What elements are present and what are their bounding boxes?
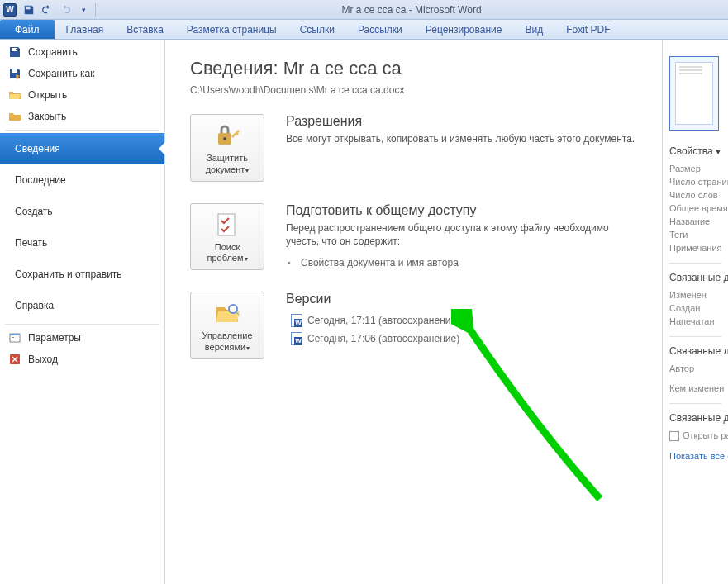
svg-point-8 <box>229 305 237 313</box>
version-item[interactable]: Сегодня, 17:11 (автосохранение) <box>286 311 637 330</box>
sidebar-item-exit[interactable]: Выход <box>0 349 164 370</box>
qat-customize-icon[interactable]: ▾ <box>75 2 92 18</box>
lock-key-icon <box>213 121 241 150</box>
section-heading: Подготовить к общему доступу <box>286 203 637 218</box>
sidebar-item-label: Закрыть <box>28 111 66 122</box>
save-as-icon <box>8 67 21 80</box>
svg-rect-7 <box>218 214 235 235</box>
backstage-sidebar: Сохранить Сохранить как Открыть Закрыть … <box>0 40 165 584</box>
svg-point-6 <box>223 137 226 140</box>
show-all-props-link[interactable]: Показать все свойства <box>669 449 728 463</box>
qat-redo-icon[interactable] <box>57 2 74 18</box>
ribbon: Файл Главная Вставка Разметка страницы С… <box>0 20 728 40</box>
ribbon-tab-home[interactable]: Главная <box>55 20 116 39</box>
sidebar-item-label: Создать <box>15 206 53 217</box>
rp-separator <box>669 403 721 404</box>
checklist-icon <box>213 211 241 239</box>
sidebar-item-saveas[interactable]: Сохранить как <box>0 63 164 84</box>
info-content: Сведения: Mr a ce cca ca C:\Users\woodh\… <box>165 40 662 584</box>
prop-pages: Число страниц <box>669 175 728 188</box>
sidebar-item-label: Сохранить <box>28 46 78 58</box>
sidebar-item-label: Справка <box>15 300 54 311</box>
versions-icon <box>213 299 241 327</box>
version-label: Сегодня, 17:06 (автосохранение) <box>307 333 459 344</box>
sidebar-item-label: Открыть <box>28 89 67 101</box>
button-label: Поиск проблем <box>207 242 243 264</box>
ribbon-tab-mailings[interactable]: Рассылки <box>346 20 414 39</box>
qat-separator <box>95 3 96 17</box>
close-folder-icon <box>8 110 21 123</box>
prop-size: Размер <box>669 162 728 175</box>
sidebar-item-options[interactable]: Параметры <box>0 327 164 349</box>
ribbon-tab-pagelayout[interactable]: Разметка страницы <box>175 20 288 39</box>
section-heading: Разрешения <box>286 114 637 129</box>
save-icon <box>8 45 21 59</box>
sidebar-item-label: Выход <box>28 354 58 365</box>
svg-rect-1 <box>10 334 20 335</box>
sidebar-item-label: Сведения <box>15 143 60 154</box>
window-title: Mr a ce cca ca - Microsoft Word <box>98 4 725 16</box>
prop-lastmod: Кем изменен <box>669 382 728 395</box>
protect-document-button[interactable]: Защитить документ▾ <box>190 114 264 182</box>
prop-comments: Примечания <box>669 241 728 254</box>
related-docs-heading: Связанные документы <box>669 412 728 424</box>
section-text: Перед распространением общего доступа к … <box>286 221 637 249</box>
open-file-location[interactable]: Открыть расположение <box>669 429 728 443</box>
sidebar-item-new[interactable]: Создать <box>0 196 164 227</box>
sidebar-item-close[interactable]: Закрыть <box>0 106 164 127</box>
section-versions: Управление версиями▾ Версии Сегодня, 17:… <box>190 292 637 359</box>
qat-save-icon[interactable] <box>21 2 37 18</box>
properties-panel: Свойства ▾ Размер Число страниц Число сл… <box>662 40 728 584</box>
ribbon-tab-review[interactable]: Рецензирование <box>414 20 514 39</box>
sidebar-item-print[interactable]: Печать <box>0 227 164 259</box>
manage-versions-button[interactable]: Управление версиями▾ <box>190 292 264 359</box>
sidebar-item-label: Последние <box>15 174 66 186</box>
word-app-icon: W <box>3 3 17 17</box>
sidebar-item-savesend[interactable]: Сохранить и отправить <box>0 259 164 290</box>
ribbon-tab-file[interactable]: Файл <box>0 20 55 39</box>
word-doc-icon <box>291 314 302 327</box>
ribbon-tab-foxit[interactable]: Foxit PDF <box>554 20 621 39</box>
rp-separator <box>669 336 721 337</box>
exit-icon <box>8 353 21 366</box>
version-list: Сегодня, 17:11 (автосохранение) Сегодня,… <box>286 311 637 348</box>
props-heading[interactable]: Свойства ▾ <box>669 145 728 157</box>
sidebar-item-open[interactable]: Открыть <box>0 84 164 106</box>
button-label: Управление версиями <box>202 330 252 352</box>
bullet-item: Свойства документа и имя автора <box>286 255 637 270</box>
sidebar-separator <box>5 130 159 131</box>
document-path: C:\Users\woodh\Documents\Mr a ce cca ca.… <box>190 84 637 96</box>
section-text: Все могут открывать, копировать и изменя… <box>286 132 637 146</box>
ribbon-tab-view[interactable]: Вид <box>513 20 554 39</box>
related-dates-heading: Связанные даты <box>669 272 728 283</box>
button-label: Защитить документ <box>206 153 248 174</box>
sidebar-item-info[interactable]: Сведения <box>0 133 164 164</box>
rp-separator <box>669 263 721 264</box>
section-prepare: Поиск проблем▾ Подготовить к общему дост… <box>190 203 637 271</box>
page-title: Сведения: Mr a ce cca ca <box>190 58 637 79</box>
sidebar-item-recent[interactable]: Последние <box>0 164 164 196</box>
sidebar-separator <box>5 324 159 325</box>
document-thumbnail[interactable] <box>669 56 719 131</box>
ribbon-tab-insert[interactable]: Вставка <box>115 20 175 39</box>
prepare-bullets: Свойства документа и имя автора <box>286 255 637 270</box>
prop-edit-time: Общее время <box>669 202 728 215</box>
sidebar-item-label: Сохранить как <box>28 68 94 79</box>
sidebar-item-label: Печать <box>15 237 47 249</box>
sidebar-item-help[interactable]: Справка <box>0 290 164 321</box>
version-item[interactable]: Сегодня, 17:06 (автосохранение) <box>286 330 637 348</box>
section-heading: Версии <box>286 292 637 306</box>
related-people-heading: Связанные люди <box>669 345 728 357</box>
prop-words: Число слов <box>669 188 728 202</box>
options-icon <box>8 331 21 344</box>
version-label: Сегодня, 17:11 (автосохранение) <box>307 315 459 326</box>
open-folder-icon <box>8 88 21 102</box>
section-permissions: Защитить документ▾ Разрешения Все могут … <box>190 114 637 182</box>
qat-undo-icon[interactable] <box>39 2 55 18</box>
sidebar-item-save[interactable]: Сохранить <box>0 41 164 63</box>
check-issues-button[interactable]: Поиск проблем▾ <box>190 203 264 271</box>
checkbox-icon <box>669 431 679 441</box>
svg-rect-3 <box>12 339 16 339</box>
ribbon-tab-references[interactable]: Ссылки <box>288 20 346 39</box>
prop-printed: Напечатан <box>669 315 728 328</box>
